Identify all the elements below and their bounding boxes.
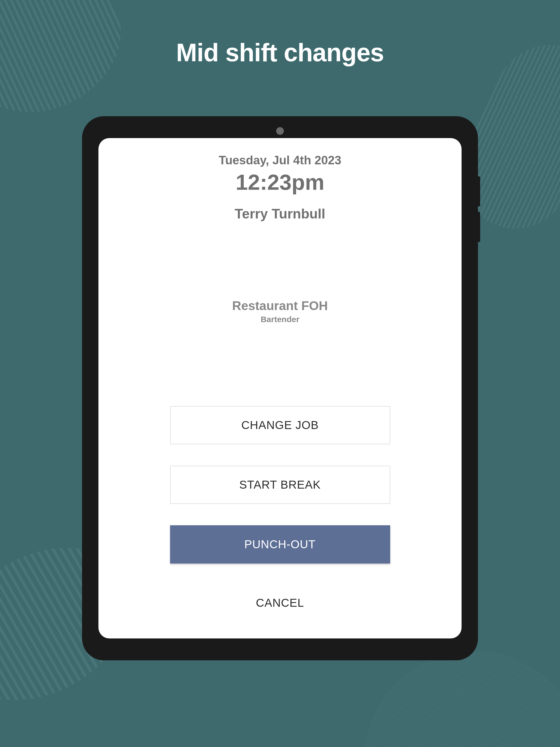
tablet-camera-icon xyxy=(276,127,284,135)
tablet-hardware-buttons xyxy=(478,176,480,248)
start-break-button[interactable]: START BREAK xyxy=(170,466,390,504)
role-label: Bartender xyxy=(261,315,299,324)
current-date: Tuesday, Jul 4th 2023 xyxy=(219,153,341,167)
punch-out-button[interactable]: PUNCH-OUT xyxy=(170,525,390,564)
cancel-button[interactable]: CANCEL xyxy=(256,596,304,610)
department-label: Restaurant FOH xyxy=(232,298,328,313)
page-title: Mid shift changes xyxy=(0,0,560,67)
tablet-screen: Tuesday, Jul 4th 2023 12:23pm Terry Turn… xyxy=(98,138,462,639)
change-job-button[interactable]: CHANGE JOB xyxy=(170,406,390,444)
employee-name: Terry Turnbull xyxy=(235,206,325,222)
current-time: 12:23pm xyxy=(236,170,325,195)
tablet-frame: Tuesday, Jul 4th 2023 12:23pm Terry Turn… xyxy=(82,116,478,660)
